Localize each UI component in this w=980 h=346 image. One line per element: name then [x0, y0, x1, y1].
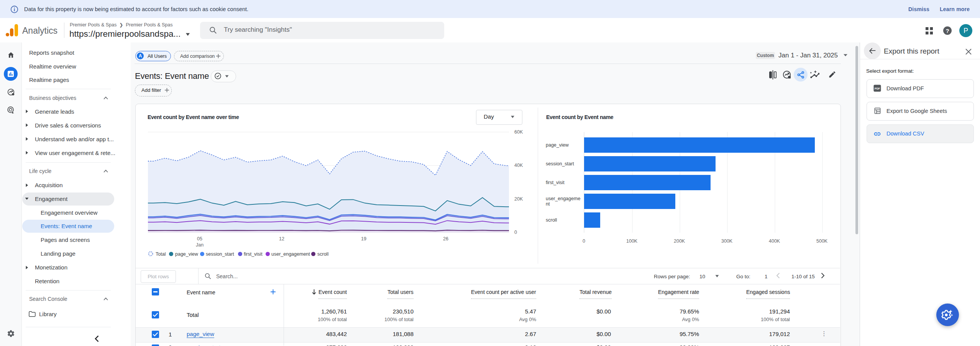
svg-text:PDF: PDF: [875, 87, 880, 90]
